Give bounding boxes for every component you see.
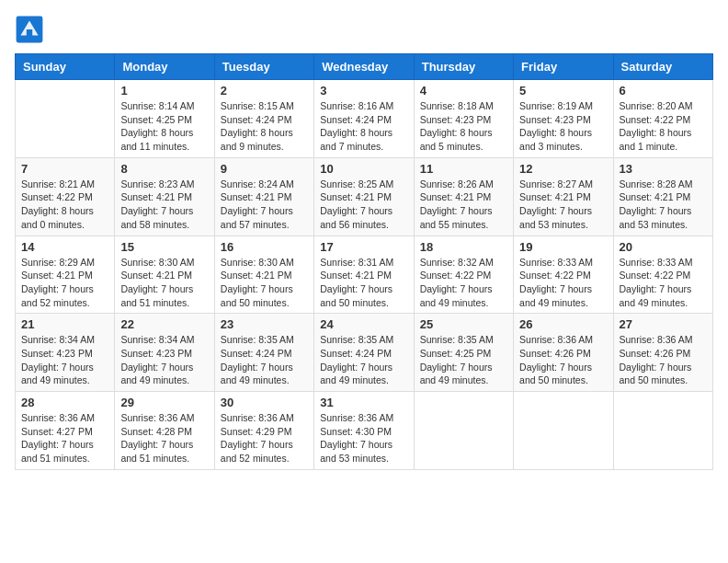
calendar-body: 1Sunrise: 8:14 AM Sunset: 4:25 PM Daylig… — [16, 80, 713, 470]
logo — [15, 15, 46, 44]
calendar-cell: 8Sunrise: 8:23 AM Sunset: 4:21 PM Daylig… — [115, 157, 214, 236]
day-number: 18 — [420, 240, 507, 254]
day-info: Sunrise: 8:36 AM Sunset: 4:26 PM Dayligh… — [519, 333, 607, 387]
calendar-week-row: 14Sunrise: 8:29 AM Sunset: 4:21 PM Dayli… — [16, 236, 713, 314]
day-number: 14 — [21, 240, 108, 254]
calendar-cell: 23Sunrise: 8:35 AM Sunset: 4:24 PM Dayli… — [214, 314, 313, 392]
calendar-cell: 20Sunrise: 8:33 AM Sunset: 4:22 PM Dayli… — [613, 236, 712, 314]
calendar-cell: 27Sunrise: 8:36 AM Sunset: 4:26 PM Dayli… — [613, 314, 712, 392]
calendar-cell: 5Sunrise: 8:19 AM Sunset: 4:23 PM Daylig… — [514, 80, 613, 158]
day-info: Sunrise: 8:23 AM Sunset: 4:21 PM Dayligh… — [120, 178, 208, 232]
day-number: 1 — [120, 84, 208, 98]
calendar-cell: 15Sunrise: 8:30 AM Sunset: 4:21 PM Dayli… — [115, 236, 214, 314]
calendar-cell: 4Sunrise: 8:18 AM Sunset: 4:23 PM Daylig… — [414, 80, 513, 158]
day-info: Sunrise: 8:35 AM Sunset: 4:24 PM Dayligh… — [320, 333, 407, 387]
day-info: Sunrise: 8:14 AM Sunset: 4:25 PM Dayligh… — [120, 99, 208, 154]
day-number: 15 — [120, 240, 208, 254]
day-info: Sunrise: 8:29 AM Sunset: 4:21 PM Dayligh… — [21, 256, 108, 310]
calendar-week-row: 28Sunrise: 8:36 AM Sunset: 4:27 PM Dayli… — [16, 392, 713, 470]
day-info: Sunrise: 8:27 AM Sunset: 4:21 PM Dayligh… — [519, 178, 607, 232]
day-info: Sunrise: 8:21 AM Sunset: 4:22 PM Dayligh… — [21, 178, 108, 232]
day-info: Sunrise: 8:16 AM Sunset: 4:24 PM Dayligh… — [320, 99, 407, 154]
day-number: 26 — [519, 317, 607, 331]
day-number: 10 — [320, 162, 407, 176]
day-number: 21 — [21, 317, 108, 331]
calendar-cell — [514, 392, 613, 470]
calendar-cell: 11Sunrise: 8:26 AM Sunset: 4:21 PM Dayli… — [414, 157, 513, 236]
day-number: 22 — [120, 317, 208, 331]
day-number: 13 — [620, 162, 707, 176]
day-number: 17 — [320, 240, 407, 254]
day-info: Sunrise: 8:31 AM Sunset: 4:21 PM Dayligh… — [320, 256, 407, 310]
calendar-table: SundayMondayTuesdayWednesdayThursdayFrid… — [15, 53, 713, 470]
calendar-cell: 9Sunrise: 8:24 AM Sunset: 4:21 PM Daylig… — [214, 157, 313, 236]
calendar-week-row: 21Sunrise: 8:34 AM Sunset: 4:23 PM Dayli… — [16, 314, 713, 392]
day-number: 6 — [620, 84, 707, 98]
calendar-cell: 26Sunrise: 8:36 AM Sunset: 4:26 PM Dayli… — [514, 314, 613, 392]
calendar-cell: 28Sunrise: 8:36 AM Sunset: 4:27 PM Dayli… — [16, 392, 115, 470]
calendar-cell — [613, 392, 712, 470]
day-info: Sunrise: 8:32 AM Sunset: 4:22 PM Dayligh… — [420, 256, 507, 310]
day-info: Sunrise: 8:18 AM Sunset: 4:23 PM Dayligh… — [420, 99, 507, 154]
day-number: 7 — [21, 162, 108, 176]
calendar-cell: 16Sunrise: 8:30 AM Sunset: 4:21 PM Dayli… — [214, 236, 313, 314]
day-info: Sunrise: 8:34 AM Sunset: 4:23 PM Dayligh… — [120, 333, 208, 387]
day-number: 11 — [420, 162, 507, 176]
calendar-cell: 22Sunrise: 8:34 AM Sunset: 4:23 PM Dayli… — [115, 314, 214, 392]
day-number: 31 — [320, 396, 407, 409]
day-info: Sunrise: 8:33 AM Sunset: 4:22 PM Dayligh… — [519, 256, 607, 310]
day-number: 27 — [620, 317, 707, 331]
calendar-cell: 17Sunrise: 8:31 AM Sunset: 4:21 PM Dayli… — [314, 236, 414, 314]
day-number: 16 — [221, 240, 308, 254]
calendar-cell: 12Sunrise: 8:27 AM Sunset: 4:21 PM Dayli… — [514, 157, 613, 236]
calendar-cell: 14Sunrise: 8:29 AM Sunset: 4:21 PM Dayli… — [16, 236, 115, 314]
calendar-cell: 18Sunrise: 8:32 AM Sunset: 4:22 PM Dayli… — [414, 236, 513, 314]
day-info: Sunrise: 8:36 AM Sunset: 4:27 PM Dayligh… — [21, 411, 108, 465]
day-info: Sunrise: 8:36 AM Sunset: 4:26 PM Dayligh… — [620, 333, 707, 387]
day-info: Sunrise: 8:26 AM Sunset: 4:21 PM Dayligh… — [420, 178, 507, 232]
day-number: 25 — [420, 317, 507, 331]
calendar-cell: 29Sunrise: 8:36 AM Sunset: 4:28 PM Dayli… — [115, 392, 214, 470]
day-number: 20 — [620, 240, 707, 254]
calendar-week-row: 7Sunrise: 8:21 AM Sunset: 4:22 PM Daylig… — [16, 157, 713, 236]
day-number: 2 — [221, 84, 308, 98]
day-info: Sunrise: 8:36 AM Sunset: 4:29 PM Dayligh… — [221, 411, 308, 465]
day-number: 24 — [320, 317, 407, 331]
day-number: 29 — [120, 396, 208, 409]
day-number: 12 — [519, 162, 607, 176]
day-info: Sunrise: 8:24 AM Sunset: 4:21 PM Dayligh… — [221, 178, 308, 232]
page-header — [15, 15, 713, 44]
day-info: Sunrise: 8:28 AM Sunset: 4:21 PM Dayligh… — [620, 178, 707, 232]
day-number: 28 — [21, 396, 108, 409]
day-number: 19 — [519, 240, 607, 254]
day-number: 30 — [221, 396, 308, 409]
calendar-cell: 10Sunrise: 8:25 AM Sunset: 4:21 PM Dayli… — [314, 157, 414, 236]
calendar-week-row: 1Sunrise: 8:14 AM Sunset: 4:25 PM Daylig… — [16, 80, 713, 158]
day-number: 4 — [420, 84, 507, 98]
calendar-cell: 3Sunrise: 8:16 AM Sunset: 4:24 PM Daylig… — [314, 80, 414, 158]
day-info: Sunrise: 8:36 AM Sunset: 4:30 PM Dayligh… — [320, 411, 407, 465]
calendar-cell: 13Sunrise: 8:28 AM Sunset: 4:21 PM Dayli… — [613, 157, 712, 236]
day-info: Sunrise: 8:30 AM Sunset: 4:21 PM Dayligh… — [120, 256, 208, 310]
calendar-cell: 21Sunrise: 8:34 AM Sunset: 4:23 PM Dayli… — [16, 314, 115, 392]
day-of-week-header: Monday — [115, 54, 214, 80]
days-of-week-row: SundayMondayTuesdayWednesdayThursdayFrid… — [16, 54, 713, 80]
calendar-cell: 19Sunrise: 8:33 AM Sunset: 4:22 PM Dayli… — [514, 236, 613, 314]
day-info: Sunrise: 8:34 AM Sunset: 4:23 PM Dayligh… — [21, 333, 108, 387]
day-info: Sunrise: 8:15 AM Sunset: 4:24 PM Dayligh… — [221, 99, 308, 154]
calendar-cell: 25Sunrise: 8:35 AM Sunset: 4:25 PM Dayli… — [414, 314, 513, 392]
day-info: Sunrise: 8:33 AM Sunset: 4:22 PM Dayligh… — [620, 256, 707, 310]
calendar-cell: 6Sunrise: 8:20 AM Sunset: 4:22 PM Daylig… — [613, 80, 712, 158]
day-info: Sunrise: 8:25 AM Sunset: 4:21 PM Dayligh… — [320, 178, 407, 232]
day-info: Sunrise: 8:30 AM Sunset: 4:21 PM Dayligh… — [221, 256, 308, 310]
calendar-cell: 24Sunrise: 8:35 AM Sunset: 4:24 PM Dayli… — [314, 314, 414, 392]
calendar-cell: 1Sunrise: 8:14 AM Sunset: 4:25 PM Daylig… — [115, 80, 214, 158]
day-of-week-header: Wednesday — [314, 54, 414, 80]
day-number: 5 — [519, 84, 607, 98]
day-info: Sunrise: 8:36 AM Sunset: 4:28 PM Dayligh… — [120, 411, 208, 465]
day-of-week-header: Saturday — [613, 54, 712, 80]
calendar-header: SundayMondayTuesdayWednesdayThursdayFrid… — [16, 54, 713, 80]
day-of-week-header: Tuesday — [214, 54, 313, 80]
day-number: 8 — [120, 162, 208, 176]
svg-rect-2 — [27, 29, 32, 37]
